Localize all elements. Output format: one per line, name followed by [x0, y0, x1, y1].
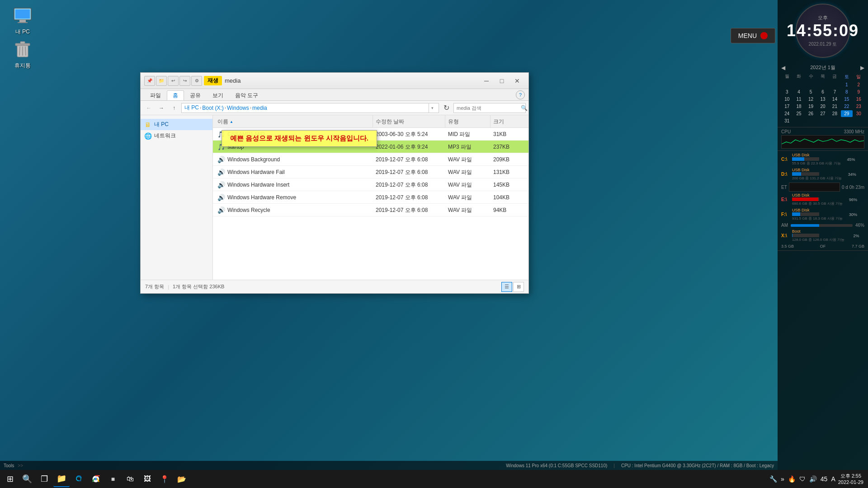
edge-button[interactable]	[71, 471, 87, 487]
desktop-icon-recycle-bin[interactable]: 휴지통	[5, 38, 41, 70]
col-header-date[interactable]: 수정한 날짜	[373, 115, 445, 128]
tab-home[interactable]: 홈	[167, 90, 184, 100]
maximize-button[interactable]: □	[494, 75, 509, 87]
title-label: 재생 media	[204, 76, 477, 85]
search-button[interactable]: 🔍	[19, 471, 35, 487]
search-icon[interactable]: 🔍	[521, 105, 528, 111]
list-view-button[interactable]: ☰	[501, 282, 512, 292]
search-input[interactable]	[457, 105, 519, 111]
properties-btn[interactable]: ⚙	[191, 76, 202, 86]
minimize-button[interactable]: ─	[479, 75, 494, 87]
col-header-name[interactable]: 이름 ▲	[215, 115, 373, 128]
file-list: 🎵 CSSAMP1.MID 2003-06-30 오후 5:24 MID 파일 …	[213, 128, 528, 280]
svg-line-7	[19, 47, 20, 56]
col-header-type[interactable]: 유형	[445, 115, 491, 128]
wav-file-icon-1: 🔊	[217, 169, 225, 176]
sysinfo-tools: Tools	[4, 463, 14, 468]
tray-shield-icon[interactable]: 🛡	[798, 475, 807, 483]
column-headers: 이름 ▲ 수정한 날짜 유형 크기	[213, 115, 528, 128]
up-button[interactable]: ↑	[169, 103, 179, 113]
path-segment-boot[interactable]: Boot (X:)	[202, 105, 223, 111]
tray-tools-icon[interactable]: 🔧	[769, 475, 778, 483]
file-row-startup[interactable]: 🎵 startup 2022-01-06 오후 9:24 MP3 파일 237K…	[213, 141, 528, 153]
file-name-cell: 🔊 Windows Hardware Remove	[215, 191, 373, 204]
path-dropdown[interactable]: ▾	[429, 103, 436, 113]
refresh-button[interactable]: ↻	[441, 103, 452, 113]
path-segment-media[interactable]: media	[252, 105, 267, 111]
file-row-win-hw-insert[interactable]: 🔊 Windows Hardware Insert 2019-12-07 오후 …	[213, 178, 528, 191]
cpu-label: CPU	[781, 129, 791, 134]
recycle-bin-label: 휴지통	[14, 62, 31, 70]
svg-rect-1	[15, 9, 30, 19]
desktop-icon-my-pc[interactable]: 내 PC	[5, 5, 41, 36]
tray-fire-icon[interactable]: 🔥	[787, 475, 797, 483]
file-row-win-hw-remove[interactable]: 🔊 Windows Hardware Remove 2019-12-07 오후 …	[213, 191, 528, 204]
file-row-win-recycle[interactable]: 🔊 Windows Recycle 2019-12-07 오후 6:08 WAV…	[213, 204, 528, 216]
back-button[interactable]: ←	[143, 103, 154, 113]
file-explorer-taskbar[interactable]: 📁	[53, 471, 70, 487]
file-row-win-hw-fail[interactable]: 🔊 Windows Hardware Fail 2019-12-07 오후 6:…	[213, 166, 528, 178]
start-button[interactable]: ⊞	[2, 471, 18, 487]
menu-button[interactable]: MENU	[731, 28, 775, 43]
file-name-cell: 🎵 startup	[215, 141, 373, 153]
file-row-win-bg[interactable]: 🔊 Windows Background 2019-12-07 오후 6:08 …	[213, 153, 528, 166]
path-segment-windows[interactable]: Windows	[227, 105, 249, 111]
tray-clock[interactable]: 오후 2:55 2022-01-29	[838, 473, 863, 486]
tab-view[interactable]: 보기	[207, 90, 229, 100]
mp3-file-icon: 🎵	[217, 143, 225, 150]
tray-speaker-icon[interactable]: 🔊	[808, 475, 818, 483]
sidebar-item-network[interactable]: 🌐 네트워크	[141, 130, 212, 141]
tile-view-button[interactable]: ⊞	[513, 282, 524, 292]
terminal-button[interactable]: ■	[105, 471, 121, 487]
ribbon-tabs: 파일 홈 공유 보기 음악 도구 ?	[141, 89, 528, 101]
chrome-button[interactable]	[88, 471, 104, 487]
photos-button[interactable]: 🖼	[139, 471, 156, 487]
clock-widget: 오후 14:55:09 2022.01.29 토	[796, 4, 850, 58]
explorer-window: 📌 📁 ↩ ↪ ⚙ 재생 media ─ □ ✕ 파일 홈 공유 보기 음악 도…	[140, 72, 529, 294]
file-name-cell: 🔊 Windows Hardware Insert	[215, 178, 373, 191]
explorer2-button[interactable]: 📂	[174, 471, 190, 487]
help-button[interactable]: ?	[516, 90, 525, 99]
file-name-cell: 🔊 Windows Hardware Fail	[215, 166, 373, 178]
tab-share[interactable]: 공유	[184, 90, 207, 100]
tray-volume-number: 45	[820, 475, 829, 483]
redo-btn[interactable]: ↪	[179, 76, 190, 86]
wav-file-icon-4: 🔊	[217, 206, 225, 214]
wav-file-icon-2: 🔊	[217, 181, 225, 188]
quick-access-btn[interactable]: 📌	[144, 76, 155, 86]
store-button[interactable]: 🛍	[122, 471, 138, 487]
sysinfo-bar: Tools >> Windows 11 Pro x64 (0:1 C:55GB …	[0, 461, 778, 470]
mid-file-icon: 🎵	[217, 131, 225, 138]
status-item-count: 7개 항목	[145, 283, 164, 290]
tray-chevron[interactable]: »	[780, 475, 785, 483]
cal-wday-0: 월	[781, 73, 793, 81]
cpu-freq: 3300 MHz	[844, 129, 864, 134]
path-segment-pc[interactable]: 내 PC	[184, 104, 199, 112]
close-button[interactable]: ✕	[509, 75, 525, 87]
col-header-size[interactable]: 크기	[491, 115, 527, 128]
cal-prev[interactable]: ◀	[781, 65, 785, 71]
maps-button[interactable]: 📍	[156, 471, 173, 487]
sidebar-item-my-pc[interactable]: 🖥 내 PC	[141, 119, 212, 130]
view-buttons: ☰ ⊞	[501, 282, 524, 292]
undo-btn[interactable]: ↩	[168, 76, 179, 86]
my-pc-icon	[12, 5, 33, 26]
tab-music-tools[interactable]: 음악 도구	[229, 90, 264, 100]
address-path[interactable]: 내 PC › Boot (X:) › Windows › media ▾	[181, 103, 439, 113]
drive-d: D:\ USB Disk 200 GB 중 131.2 GB 사용 가능 34%	[781, 168, 864, 181]
my-pc-label: 내 PC	[15, 28, 30, 36]
task-view-button[interactable]: ❐	[36, 471, 52, 487]
wav-file-icon-3: 🔊	[217, 194, 225, 201]
tab-file[interactable]: 파일	[144, 90, 167, 100]
playing-badge: 재생	[204, 76, 222, 85]
file-row-cssamp1[interactable]: 🎵 CSSAMP1.MID 2003-06-30 오후 5:24 MID 파일 …	[213, 128, 528, 141]
calendar-widget: ◀ 2022년 1월 ▶ 월 화 수 목 금 토 일 1 2	[778, 61, 868, 127]
search-box[interactable]: 🔍	[453, 103, 526, 113]
new-folder-btn[interactable]: 📁	[156, 76, 167, 86]
forward-button[interactable]: →	[156, 103, 167, 113]
cal-next[interactable]: ▶	[860, 65, 864, 71]
tray-language-icon[interactable]: A	[830, 475, 836, 483]
network-sidebar-icon: 🌐	[144, 132, 151, 140]
wav-file-icon-0: 🔊	[217, 156, 225, 163]
tray-date-text: 2022-01-29	[838, 479, 863, 485]
